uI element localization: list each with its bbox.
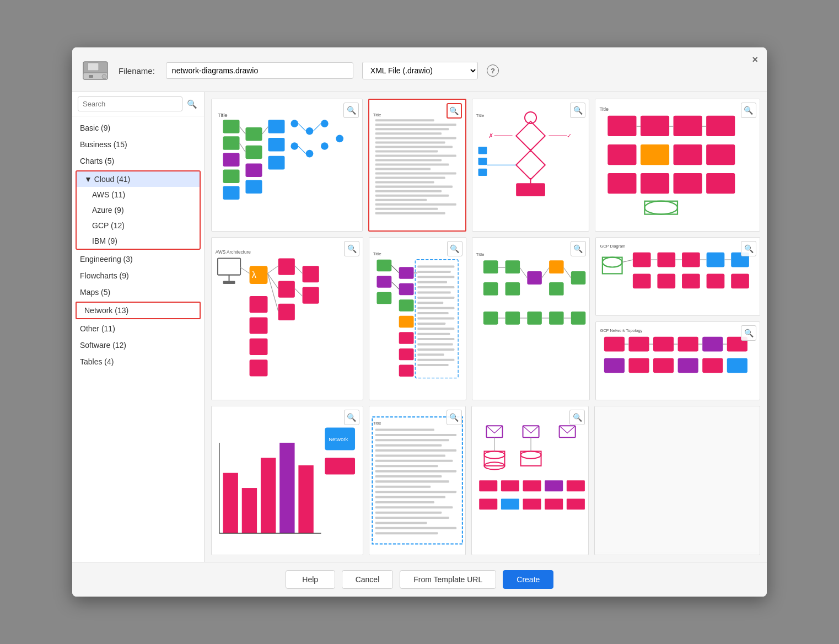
template-cell-1-3[interactable]: Title ✗ ✓ [472, 99, 589, 231]
svg-rect-202 [677, 358, 698, 373]
search-input[interactable] [78, 96, 182, 111]
template-cell-3-1[interactable]: Network 🔍 [211, 406, 363, 555]
sidebar-item-other[interactable]: Other (11) [72, 320, 204, 337]
template-row-3: Network 🔍 Title [211, 406, 760, 555]
zoom-icon-3-3[interactable]: 🔍 [569, 410, 585, 425]
template-cell-2-1[interactable]: AWS Architecture λ [211, 237, 363, 400]
template-url-button[interactable]: From Template URL [400, 570, 496, 589]
svg-rect-45 [375, 168, 431, 170]
template-cell-2-4b[interactable]: GCP Network Topology [595, 321, 760, 400]
template-cell-1-2[interactable]: Title [368, 99, 466, 231]
zoom-icon-1-3[interactable]: 🔍 [570, 103, 585, 118]
template-cell-3-3[interactable]: 🔍 [471, 406, 589, 555]
svg-rect-85 [706, 173, 735, 194]
help-button[interactable]: Help [286, 570, 335, 589]
zoom-icon-3-2[interactable]: 🔍 [447, 410, 462, 425]
sidebar-item-flowcharts[interactable]: Flowcharts (9) [72, 267, 204, 284]
zoom-icon-3-1[interactable]: 🔍 [344, 410, 359, 425]
svg-rect-36 [375, 128, 449, 131]
sidebar-item-ibm[interactable]: IBM (9) [77, 233, 200, 249]
search-button[interactable]: 🔍 [186, 98, 198, 110]
svg-rect-199 [604, 358, 625, 373]
svg-rect-256 [523, 480, 541, 491]
svg-rect-119 [399, 283, 414, 294]
svg-rect-228 [375, 454, 445, 457]
svg-rect-215 [298, 465, 313, 533]
svg-rect-213 [261, 458, 276, 533]
svg-rect-17 [268, 138, 284, 152]
svg-rect-226 [375, 444, 442, 447]
svg-rect-241 [375, 522, 427, 524]
svg-rect-164 [505, 312, 519, 325]
svg-rect-180 [657, 273, 675, 288]
main-content: 🔍 Basic (9) Business (15) Charts (5) ▼ C… [72, 92, 767, 561]
template-row-1: Title [211, 99, 760, 231]
sidebar-item-charts[interactable]: Charts (5) [72, 153, 204, 169]
sidebar-item-gcp[interactable]: GCP (12) [77, 218, 200, 233]
help-icon[interactable]: ? [487, 65, 499, 77]
svg-rect-10 [223, 170, 239, 184]
sidebar-item-cloud[interactable]: ▼ Cloud (41) [77, 171, 200, 187]
sidebar-item-aws[interactable]: AWS (11) [77, 187, 200, 202]
svg-rect-233 [375, 480, 449, 482]
cancel-button[interactable]: Cancel [342, 570, 394, 589]
svg-rect-68 [478, 147, 487, 154]
svg-rect-9 [223, 153, 239, 167]
svg-rect-203 [702, 358, 723, 373]
svg-rect-193 [604, 337, 625, 352]
svg-rect-11 [223, 186, 239, 200]
sidebar-item-software[interactable]: Software (12) [72, 337, 204, 353]
template-cell-2-4a[interactable]: GCP Diagram [595, 237, 760, 316]
svg-rect-197 [702, 337, 723, 352]
svg-rect-196 [677, 337, 698, 352]
template-cell-3-4[interactable] [594, 406, 760, 555]
zoom-icon-2-1[interactable]: 🔍 [344, 241, 359, 256]
svg-rect-41 [375, 151, 438, 153]
svg-rect-55 [375, 212, 445, 214]
zoom-icon-2-2[interactable]: 🔍 [447, 241, 462, 256]
template-cell-2-2[interactable]: Title [369, 237, 466, 400]
sidebar-item-basic[interactable]: Basic (9) [72, 120, 204, 136]
close-button[interactable]: × [752, 54, 758, 66]
template-grid-area: Title [205, 92, 767, 561]
svg-text:Title: Title [476, 252, 484, 257]
template-cell-1-4[interactable]: Title [595, 99, 760, 231]
zoom-icon-2-3[interactable]: 🔍 [571, 241, 586, 256]
filetype-select[interactable]: XML File (.drawio) XML File (.xml) HTML … [362, 62, 478, 79]
svg-rect-195 [653, 337, 674, 352]
svg-rect-42 [375, 155, 456, 157]
svg-rect-128 [418, 276, 455, 278]
template-cell-2-3[interactable]: Title [472, 237, 590, 400]
svg-rect-105 [250, 338, 268, 355]
create-button[interactable]: Create [503, 570, 553, 589]
template-cell-3-2[interactable]: Title [369, 406, 466, 555]
zoom-icon-1-2[interactable]: 🔍 [447, 103, 462, 119]
svg-rect-225 [375, 439, 449, 441]
svg-rect-153 [483, 282, 498, 296]
svg-rect-200 [628, 358, 649, 373]
zoom-icon-2-4a[interactable]: 🔍 [741, 241, 756, 256]
svg-text:GCP Network Topology: GCP Network Topology [600, 328, 642, 333]
sidebar-item-maps[interactable]: Maps (5) [72, 284, 204, 300]
sidebar-item-business[interactable]: Business (15) [72, 136, 204, 153]
svg-rect-7 [223, 120, 239, 134]
svg-rect-257 [545, 480, 563, 491]
sidebar-item-engineering[interactable]: Engineering (3) [72, 251, 204, 267]
zoom-icon-1-4[interactable]: 🔍 [741, 103, 756, 118]
svg-rect-76 [674, 116, 702, 136]
svg-text:Title: Title [599, 106, 609, 112]
svg-rect-3 [89, 75, 93, 78]
svg-rect-103 [250, 296, 268, 313]
sidebar-item-network[interactable]: Network (13) [76, 302, 201, 319]
svg-rect-100 [278, 303, 295, 320]
sidebar-item-azure[interactable]: Azure (9) [77, 202, 200, 218]
zoom-icon-1-1[interactable]: 🔍 [343, 103, 359, 118]
svg-rect-212 [242, 488, 257, 533]
svg-text:✓: ✓ [567, 133, 572, 139]
filename-input[interactable] [166, 62, 353, 79]
svg-rect-15 [245, 180, 262, 194]
svg-rect-258 [567, 480, 585, 491]
sidebar-item-tables[interactable]: Tables (4) [72, 353, 204, 370]
zoom-icon-2-4b[interactable]: 🔍 [741, 325, 756, 341]
template-cell-1-1[interactable]: Title [211, 99, 363, 231]
